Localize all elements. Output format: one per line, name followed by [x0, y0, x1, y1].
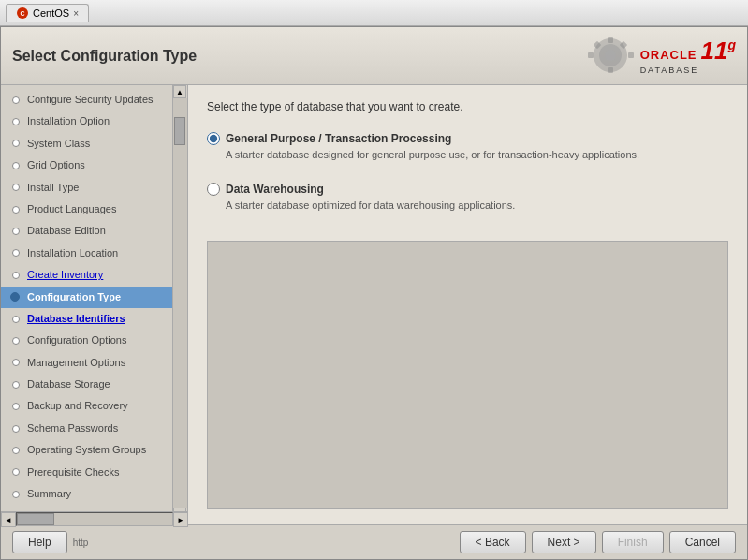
radio-label-general[interactable]: General Purpose / Transaction Processing	[207, 132, 728, 145]
radio-desc-warehouse: A starter database optimized for data wa…	[226, 199, 728, 211]
sidebar-hscrollbar[interactable]: ◄ ►	[1, 511, 188, 526]
sidebar-item-operating-system-groups[interactable]: Operating System Groups	[1, 439, 187, 461]
sidebar-label-database-edition: Database Edition	[27, 225, 106, 236]
sidebar-dot-database-storage	[12, 381, 20, 389]
bottom-left: Help http	[12, 531, 88, 553]
sidebar-item-database-edition[interactable]: Database Edition	[1, 220, 187, 242]
sidebar-label-summary: Summary	[27, 488, 71, 499]
radio-input-general[interactable]	[207, 132, 220, 145]
sidebar-label-create-inventory: Create Inventory	[27, 269, 103, 280]
radio-text-warehouse: Data Warehousing	[226, 183, 324, 196]
sidebar-item-installation-location[interactable]: Installation Location	[1, 243, 187, 264]
sidebar-dot-configure-security-updates	[12, 96, 20, 104]
sidebar-item-installation-option[interactable]: Installation Option	[1, 111, 187, 132]
sidebar-dot-system-class	[12, 140, 20, 147]
sidebar-dot-install-type	[12, 184, 20, 191]
sidebar-label-grid-options: Grid Options	[27, 159, 85, 170]
content-area: Configure Security UpdatesInstallation O…	[1, 85, 747, 524]
sidebar-items-container: Configure Security UpdatesInstallation O…	[1, 89, 187, 505]
sidebar-item-management-options[interactable]: Management Options	[1, 352, 187, 374]
bottom-bar: Help http < Back Next > Finish Cancel	[1, 524, 747, 559]
sidebar-label-database-storage: Database Storage	[27, 378, 110, 390]
sidebar-item-install-type[interactable]: Install Type	[1, 177, 187, 199]
title-bar: C CentOS ×	[0, 0, 748, 26]
sidebar-label-backup-and-recovery: Backup and Recovery	[27, 400, 128, 411]
sidebar-label-schema-passwords: Schema Passwords	[27, 422, 118, 434]
sidebar-item-configure-security-updates[interactable]: Configure Security Updates	[1, 89, 187, 111]
sidebar-item-create-inventory[interactable]: Create Inventory	[1, 264, 187, 286]
help-button[interactable]: Help	[12, 531, 67, 553]
tab-close-button[interactable]: ×	[73, 8, 79, 19]
sidebar-scrollbar[interactable]: ▲ ▼	[172, 85, 187, 524]
radio-desc-general: A starter database designed for general …	[226, 149, 728, 160]
sidebar-dot-installation-location	[12, 249, 20, 257]
radio-input-warehouse[interactable]	[207, 183, 220, 196]
sidebar-dot-operating-system-groups	[12, 447, 20, 454]
window-tab[interactable]: C CentOS ×	[6, 4, 89, 22]
sidebar-label-system-class: System Class	[27, 138, 90, 149]
svg-text:C: C	[20, 10, 24, 17]
info-box	[207, 241, 728, 509]
scroll-left-btn[interactable]: ◄	[1, 512, 16, 527]
sidebar-dot-prerequisite-checks	[12, 468, 20, 476]
sidebar-label-database-identifiers: Database Identifiers	[27, 313, 125, 324]
radio-option-warehouse: Data Warehousing A starter database opti…	[207, 183, 728, 211]
oracle-gear-icon	[585, 35, 637, 77]
sidebar-dot-product-languages	[12, 206, 20, 214]
window-header: Select Configuration Type ORACLE 11	[1, 27, 747, 85]
hscroll-thumb[interactable]	[17, 513, 54, 525]
window-title: Select Configuration Type	[12, 48, 197, 65]
sidebar-label-install-type: Install Type	[27, 182, 79, 193]
sidebar-item-grid-options[interactable]: Grid Options	[1, 155, 187, 176]
sidebar-label-prerequisite-checks: Prerequisite Checks	[27, 466, 119, 478]
sidebar-dot-configuration-type	[10, 292, 20, 302]
sidebar-item-configuration-options[interactable]: Configuration Options	[1, 330, 187, 351]
sidebar-label-management-options: Management Options	[27, 357, 125, 368]
sidebar-dot-backup-and-recovery	[12, 403, 20, 410]
radio-option-general: General Purpose / Transaction Processing…	[207, 132, 728, 160]
sidebar-label-operating-system-groups: Operating System Groups	[27, 444, 146, 455]
sidebar-label-configuration-type: Configuration Type	[27, 291, 121, 302]
right-content: Select the type of database that you wan…	[188, 85, 747, 524]
sidebar-item-database-identifiers[interactable]: Database Identifiers	[1, 308, 187, 330]
sidebar-item-prerequisite-checks[interactable]: Prerequisite Checks	[1, 462, 187, 483]
sidebar-item-backup-and-recovery[interactable]: Backup and Recovery	[1, 395, 187, 417]
oracle-brand: ORACLE 11g DATABASE	[640, 37, 736, 75]
sidebar-label-installation-option: Installation Option	[27, 115, 110, 126]
tab-label: CentOS	[33, 7, 69, 19]
finish-button[interactable]: Finish	[602, 531, 664, 553]
sidebar-dot-grid-options	[12, 162, 20, 169]
hscroll-track	[16, 512, 173, 526]
sidebar: Configure Security UpdatesInstallation O…	[1, 85, 188, 524]
sidebar-dot-create-inventory	[12, 272, 20, 279]
sidebar-item-database-storage[interactable]: Database Storage	[1, 374, 187, 395]
oracle-version: 11g	[701, 37, 736, 66]
sidebar-label-installation-location: Installation Location	[27, 247, 118, 258]
sidebar-item-system-class[interactable]: System Class	[1, 133, 187, 155]
svg-rect-5	[608, 37, 613, 43]
centos-icon: C	[16, 7, 29, 20]
next-button[interactable]: Next >	[532, 531, 596, 553]
bottom-right: < Back Next > Finish Cancel	[460, 531, 736, 553]
svg-rect-8	[628, 52, 634, 58]
sidebar-item-configuration-type[interactable]: Configuration Type	[1, 287, 187, 308]
back-button[interactable]: < Back	[460, 531, 526, 553]
sidebar-dot-configuration-options	[12, 337, 20, 345]
sidebar-item-schema-passwords[interactable]: Schema Passwords	[1, 418, 187, 439]
svg-point-4	[605, 50, 616, 61]
sidebar-dot-database-edition	[12, 228, 20, 235]
oracle-database-label: DATABASE	[640, 66, 736, 75]
cancel-button[interactable]: Cancel	[669, 531, 736, 553]
instruction-text: Select the type of database that you wan…	[207, 100, 728, 113]
oracle-text: ORACLE	[640, 48, 697, 62]
sidebar-label-configuration-options: Configuration Options	[27, 334, 126, 346]
main-window: Select Configuration Type ORACLE 11	[0, 26, 748, 560]
sidebar-dot-schema-passwords	[12, 425, 20, 433]
sidebar-label-configure-security-updates: Configure Security Updates	[27, 94, 154, 105]
sidebar-item-product-languages[interactable]: Product Languages	[1, 199, 187, 220]
sidebar-item-summary[interactable]: Summary	[1, 483, 187, 505]
sidebar-dot-database-identifiers	[12, 316, 20, 323]
radio-label-warehouse[interactable]: Data Warehousing	[207, 183, 728, 196]
scroll-right-btn[interactable]: ►	[173, 512, 188, 527]
sidebar-dot-management-options	[12, 359, 20, 366]
